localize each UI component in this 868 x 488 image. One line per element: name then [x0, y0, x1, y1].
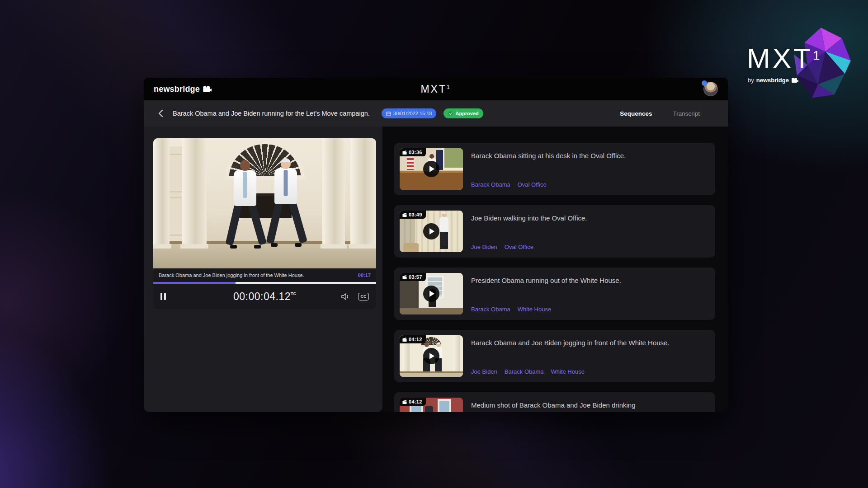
tab-transcript[interactable]: Transcript [673, 110, 700, 117]
sequence-thumbnail[interactable]: 04:12 [400, 335, 463, 377]
timestamp-label: 03:57 [409, 274, 422, 280]
status-badge: Approved [443, 108, 483, 118]
volume-icon[interactable] [341, 293, 350, 300]
tag-link[interactable]: White House [551, 368, 585, 375]
app-window: newsbridge MXT1 Barack Obama and Joe Bid… [144, 78, 728, 412]
timestamp-label: 03:36 [409, 150, 422, 155]
sequence-thumbnail[interactable]: 03:57 [400, 273, 463, 314]
figure-biden [272, 158, 300, 250]
back-button[interactable] [156, 108, 165, 118]
check-circle-icon [448, 111, 453, 116]
asset-header: Barack Obama and Joe Biden running for t… [144, 100, 728, 127]
clip-icon [402, 213, 407, 217]
camera-icon [791, 78, 798, 83]
sequence-title: Barack Obama and Joe Biden jogging in fr… [471, 338, 670, 348]
tag-row: Barack Obama White House [471, 306, 710, 313]
sequence-title: Medium shot of Barack Obama and Joe Bide… [471, 400, 710, 410]
mxt-corner-brand: MXT1 bynewsbridge [747, 26, 868, 103]
sequence-title: Barack Obama sitting at his desk in the … [471, 151, 710, 161]
play-button[interactable] [423, 348, 439, 364]
sequence-card[interactable]: 03:49 Joe Biden walking into the Oval Of… [394, 205, 715, 258]
caption-bar: Barack Obama and Joe Biden jogging in fr… [153, 268, 376, 282]
play-button[interactable] [423, 161, 439, 177]
sequence-title: Joe Biden walking into the Oval Office. [471, 213, 710, 223]
clip-icon [402, 400, 407, 404]
top-navbar: newsbridge MXT1 [144, 78, 728, 100]
tag-link[interactable]: Barack Obama [471, 306, 510, 313]
video-frame[interactable] [153, 138, 376, 268]
timestamp-badge: 03:49 [400, 211, 426, 219]
sequence-thumbnail[interactable]: 03:36 [400, 148, 463, 190]
play-button[interactable] [423, 286, 439, 302]
corner-logo-byline: bynewsbridge [748, 77, 798, 84]
asset-title: Barack Obama and Joe Biden running for t… [173, 110, 370, 117]
video-player: Barack Obama and Joe Biden jogging in fr… [153, 138, 376, 309]
status-badge-label: Approved [455, 111, 478, 116]
sequence-card[interactable]: 03:57 President Obama running out of the… [394, 267, 715, 320]
tag-row: Joe Biden Oval Office [471, 244, 710, 250]
clip-icon [402, 275, 407, 279]
calendar-icon [386, 111, 391, 116]
sequences-list: 03:36 Barack Obama sitting at his desk i… [382, 127, 728, 412]
pause-button[interactable] [160, 293, 166, 300]
newsbridge-logo-text: newsbridge [154, 84, 200, 94]
timestamp-badge: 04:12 [400, 335, 426, 343]
tag-link[interactable]: White House [518, 306, 551, 313]
clip-icon [402, 338, 407, 342]
chevron-left-icon [158, 109, 163, 117]
timestamp-label: 03:49 [409, 212, 422, 217]
timestamp-badge: 03:57 [400, 273, 426, 281]
captions-button[interactable]: CC [358, 293, 369, 300]
player-panel: Barack Obama and Joe Biden jogging in fr… [144, 127, 382, 412]
view-tabs: Sequences Transcript [620, 110, 716, 117]
tag-row: Barack Obama Oval Office [471, 181, 710, 188]
figure-obama [231, 160, 259, 250]
sequence-card[interactable]: 03:36 Barack Obama sitting at his desk i… [394, 143, 715, 195]
sequence-card[interactable]: 04:12 Barack Obama and Joe Biden jogging… [394, 330, 715, 382]
clip-end-time: 00:17 [358, 272, 371, 278]
date-badge-label: 30/01/2022 15:18 [393, 111, 432, 116]
date-badge: 30/01/2022 15:18 [382, 108, 437, 118]
tag-link[interactable]: Joe Biden [471, 368, 497, 375]
app-title: MXT1 [420, 83, 451, 95]
notification-dot [702, 80, 707, 86]
timecode-display: 00:00:04.12TC [233, 291, 296, 303]
tag-link[interactable]: Barack Obama [505, 368, 544, 375]
tag-row: Joe Biden Barack Obama White House [471, 368, 710, 375]
caption-text: Barack Obama and Joe Biden jogging in fr… [159, 272, 304, 278]
content-area: Barack Obama and Joe Biden jogging in fr… [144, 127, 728, 412]
play-button[interactable] [423, 223, 439, 239]
tag-link[interactable]: Oval Office [518, 181, 547, 188]
timestamp-label: 04:12 [409, 399, 422, 404]
sequence-title: President Obama running out of the White… [471, 276, 710, 286]
tag-link[interactable]: Barack Obama [471, 181, 510, 188]
clip-icon [402, 150, 407, 155]
tag-link[interactable]: Oval Office [505, 244, 533, 250]
timestamp-label: 04:12 [409, 337, 422, 342]
tab-sequences[interactable]: Sequences [620, 110, 652, 117]
tag-link[interactable]: Joe Biden [471, 244, 497, 250]
player-controls: 00:00:04.12TC CC [153, 284, 376, 309]
sequence-thumbnail[interactable]: 04:12 [400, 398, 463, 412]
corner-logo-sup: 1 [813, 48, 820, 62]
user-avatar[interactable] [703, 82, 718, 96]
newsbridge-logo[interactable]: newsbridge [154, 84, 212, 94]
timestamp-badge: 03:36 [400, 148, 426, 156]
sequence-card[interactable]: 04:12 Medium shot of Barack Obama and Jo… [394, 392, 715, 412]
camera-icon [203, 86, 212, 92]
corner-logo-wordmark: MXT1 [747, 44, 820, 72]
sequence-thumbnail[interactable]: 03:49 [400, 211, 463, 252]
timestamp-badge: 04:12 [400, 398, 426, 406]
